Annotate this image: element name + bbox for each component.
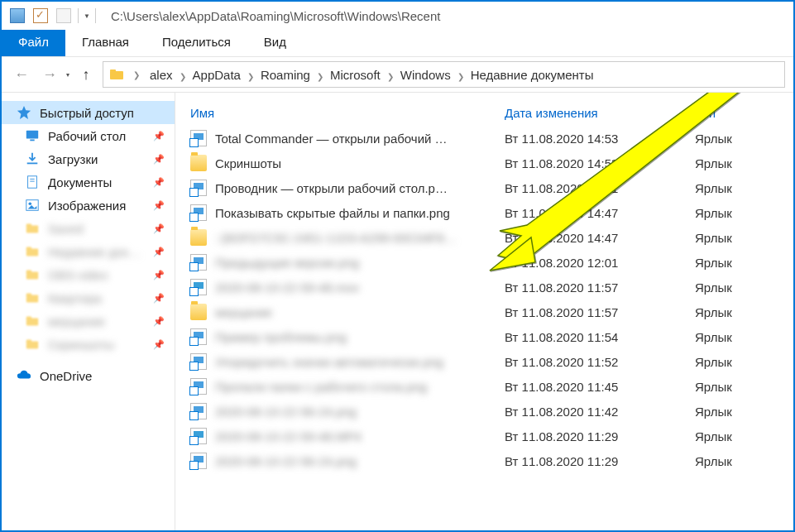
chevron-right-icon[interactable]: ❯ — [312, 72, 328, 81]
sidebar-item-label: Скриншоты — [48, 338, 114, 352]
breadcrumb-segment[interactable]: Roaming — [259, 66, 312, 84]
file-type: Ярлык — [695, 181, 778, 195]
file-row[interactable]: Упорядочить значки автоматически.pngВт 1… — [190, 349, 778, 374]
nav-row: ← → ▾ ↑ ❯ alex❯AppData❯Roaming❯Microsoft… — [2, 56, 793, 93]
tab-file[interactable]: Файл — [2, 30, 65, 56]
sidebar-item[interactable]: Квартира📌 — [2, 286, 175, 309]
file-row[interactable]: 2020-08-10-22-56-24.pngВт 11.08.2020 11:… — [190, 448, 778, 473]
ribbon: Файл Главная Поделиться Вид — [2, 30, 793, 56]
image-shortcut-icon — [190, 353, 207, 370]
svg-rect-15 — [26, 271, 38, 279]
pin-icon: 📌 — [153, 200, 165, 211]
sidebar-item-label: Недавние документы — [48, 245, 145, 259]
folder-icon — [190, 229, 207, 246]
file-type: Ярлык — [695, 206, 778, 220]
sidebar-item[interactable]: Недавние документы📌 — [2, 240, 175, 263]
folder-icon — [25, 314, 40, 328]
file-type: Ярлык — [695, 429, 778, 443]
file-name: ::{6DFD7C5C-2451-11D3-A299-00C04F8… — [215, 231, 505, 245]
file-row[interactable]: Пример проблемы.pngВт 11.08.2020 11:54Яр… — [190, 324, 778, 349]
breadcrumb-segment[interactable]: Windows — [399, 66, 453, 84]
file-date: Вт 11.08.2020 14:51 — [505, 181, 695, 195]
image-shortcut-icon — [190, 204, 207, 221]
file-row[interactable]: СкриншотыВт 11.08.2020 14:53Ярлык — [190, 151, 778, 175]
sidebar-item[interactable]: Saved📌 — [2, 217, 175, 240]
breadcrumb[interactable]: ❯ alex❯AppData❯Roaming❯Microsoft❯Windows… — [103, 61, 785, 88]
sidebar-item[interactable]: Загрузки📌 — [2, 147, 175, 170]
image-shortcut-icon — [190, 180, 207, 196]
breadcrumb-root-icon[interactable] — [108, 66, 125, 83]
file-row[interactable]: Total Commander — открыли рабочий …Вт 11… — [190, 126, 778, 151]
svg-rect-18 — [26, 294, 31, 296]
sidebar-item[interactable]: Рабочий стол📌 — [2, 124, 175, 147]
address-path[interactable]: C:\Users\alex\AppData\Roaming\Microsoft\… — [101, 9, 440, 23]
breadcrumb-segment[interactable]: alex — [148, 66, 175, 84]
nav-history-dropdown[interactable]: ▾ — [66, 71, 69, 79]
tab-view[interactable]: Вид — [247, 30, 303, 56]
chevron-right-icon[interactable]: ❯ — [175, 72, 191, 81]
file-row[interactable]: Предыдущие версии.pngВт 11.08.2020 12:01… — [190, 250, 778, 275]
breadcrumb-segment[interactable]: Недавние документы — [469, 66, 596, 84]
chevron-right-icon[interactable]: ❯ — [242, 72, 259, 81]
file-row[interactable]: 2020-08-10-22-59-48.movВт 11.08.2020 11:… — [190, 275, 778, 300]
tab-home[interactable]: Главная — [65, 30, 146, 56]
qat-dropdown-icon[interactable]: ▼ — [84, 12, 90, 20]
file-row[interactable]: Показывать скрытые файлы и папки.pngВт 1… — [190, 200, 778, 225]
file-name: мерцание — [215, 305, 505, 319]
svg-rect-11 — [26, 225, 38, 232]
tab-share[interactable]: Поделиться — [146, 30, 247, 56]
sidebar-onedrive[interactable]: OneDrive — [2, 364, 175, 387]
chevron-right-icon[interactable]: ❯ — [382, 72, 399, 81]
column-type[interactable]: Тип — [695, 106, 778, 120]
file-row[interactable]: Пропали папки с рабочего стола.pngВт 11.… — [190, 374, 778, 399]
file-name: Total Commander — открыли рабочий … — [215, 132, 505, 146]
sidebar-item-label: Быстрый доступ — [40, 106, 134, 120]
qat-select-icon[interactable] — [31, 7, 50, 25]
file-name: 2020-08-10-22-59-48.MP4 — [215, 429, 505, 443]
sidebar-item[interactable]: мерцание📌 — [2, 309, 175, 333]
file-row[interactable]: 2020-08-10-22-59-48.MP4Вт 11.08.2020 11:… — [190, 424, 778, 448]
column-date[interactable]: Дата изменения — [505, 106, 695, 120]
file-type: Ярлык — [695, 156, 778, 170]
svg-rect-6 — [28, 176, 37, 188]
folder-icon — [190, 155, 207, 171]
breadcrumb-segment[interactable]: Microsoft — [328, 66, 382, 84]
sidebar-quick-access[interactable]: Быстрый доступ — [2, 101, 175, 124]
chevron-right-icon[interactable]: ❯ — [128, 70, 145, 79]
sidebar-item-label: Документы — [48, 175, 112, 189]
file-date: Вт 11.08.2020 14:47 — [505, 231, 695, 245]
chevron-right-icon[interactable]: ❯ — [453, 72, 469, 81]
file-row[interactable]: ::{6DFD7C5C-2451-11D3-A299-00C04F8…Вт 11… — [190, 225, 778, 250]
svg-rect-19 — [26, 318, 38, 325]
file-type: Ярлык — [695, 330, 778, 344]
file-name: Предыдущие версии.png — [215, 256, 505, 270]
pin-icon: 📌 — [153, 293, 165, 304]
qat-blank-icon[interactable] — [55, 7, 73, 25]
svg-rect-0 — [110, 71, 123, 79]
pin-icon: 📌 — [153, 154, 165, 165]
nav-up-icon[interactable]: ↑ — [74, 63, 98, 86]
breadcrumb-segment[interactable]: AppData — [191, 66, 242, 84]
pin-icon: 📌 — [153, 316, 165, 327]
file-date: Вт 11.08.2020 11:57 — [505, 305, 695, 319]
svg-rect-3 — [26, 131, 38, 139]
file-name: Пропали папки с рабочего стола.png — [215, 380, 505, 394]
column-name[interactable]: Имя — [190, 106, 505, 120]
sidebar-item[interactable]: Документы📌 — [2, 170, 175, 194]
divider — [95, 8, 96, 23]
file-type: Ярлык — [695, 305, 778, 319]
pin-icon: 📌 — [153, 270, 165, 280]
nav-forward-icon[interactable]: → — [38, 63, 61, 86]
file-row[interactable]: 2020-08-10-22-56-24.pngВт 11.08.2020 11:… — [190, 399, 778, 424]
sidebar-item-label: OneDrive — [40, 369, 92, 383]
nav-back-icon[interactable]: ← — [10, 63, 33, 86]
svg-rect-21 — [26, 341, 38, 348]
qat-properties-icon[interactable] — [8, 7, 26, 25]
file-date: Вт 11.08.2020 11:52 — [505, 355, 695, 369]
svg-rect-22 — [26, 340, 31, 343]
sidebar-item[interactable]: OBS-video📌 — [2, 263, 175, 286]
file-row[interactable]: Проводник — открыли рабочий стол.p…Вт 11… — [190, 175, 778, 200]
file-row[interactable]: мерцаниеВт 11.08.2020 11:57Ярлык — [190, 300, 778, 324]
sidebar-item[interactable]: Изображения📌 — [2, 194, 175, 217]
sidebar-item[interactable]: Скриншоты📌 — [2, 333, 175, 356]
